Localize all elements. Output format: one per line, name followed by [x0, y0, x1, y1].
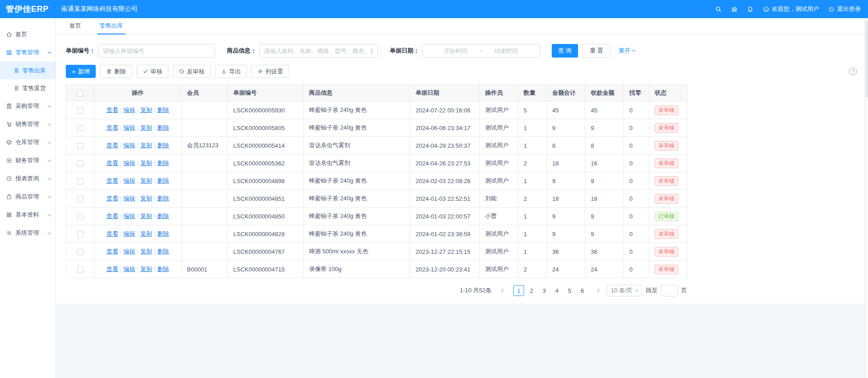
page-number-1[interactable]: 1	[513, 285, 524, 296]
page-number-4[interactable]: 4	[551, 285, 562, 296]
row-action-delete[interactable]: 删除	[157, 107, 169, 113]
row-action-copy[interactable]: 复制	[140, 177, 152, 184]
row-checkbox[interactable]	[77, 196, 83, 202]
row-action-edit[interactable]: 编辑	[123, 266, 135, 272]
bill-no-input[interactable]	[98, 44, 215, 58]
row-action-edit[interactable]: 编辑	[123, 107, 135, 113]
row-action-copy[interactable]: 复制	[140, 248, 152, 255]
row-checkbox[interactable]	[77, 213, 83, 220]
sidebar-item-retail-return[interactable]: 零售退货	[0, 79, 55, 97]
site-icon[interactable]	[731, 6, 738, 13]
select-all-checkbox[interactable]	[77, 90, 83, 97]
row-action-copy[interactable]: 复制	[140, 124, 152, 131]
row-action-copy[interactable]: 复制	[140, 160, 152, 166]
tab-home[interactable]: 首页	[67, 18, 83, 34]
row-checkbox[interactable]	[77, 143, 83, 149]
date-start-input[interactable]	[434, 48, 477, 54]
row-checkbox[interactable]	[77, 160, 83, 167]
status-badge: 未审核	[655, 194, 678, 204]
delete-button[interactable]: 删除	[100, 65, 132, 78]
product-info-input[interactable]	[259, 44, 378, 58]
row-action-edit[interactable]: 编辑	[123, 248, 135, 255]
sidebar-item-retail-outbound[interactable]: 零售出库	[0, 62, 55, 79]
row-action-view[interactable]: 查看	[106, 230, 118, 237]
notification-bell-icon[interactable]	[747, 6, 754, 13]
row-checkbox[interactable]	[77, 178, 83, 184]
cell-bill_no: LSCK00000005414	[228, 137, 304, 155]
row-action-view[interactable]: 查看	[106, 124, 118, 131]
page-number-6[interactable]: 6	[577, 285, 588, 296]
row-action-edit[interactable]: 编辑	[123, 160, 135, 166]
sidebar-item-system[interactable]: 系统管理	[0, 224, 55, 242]
page-number-3[interactable]: 3	[539, 285, 549, 296]
prev-page-button[interactable]	[498, 285, 509, 296]
row-action-edit[interactable]: 编辑	[123, 195, 135, 202]
sidebar-item-warehouse[interactable]: 仓库管理	[0, 133, 55, 151]
row-action-copy[interactable]: 复制	[140, 195, 152, 202]
search-button[interactable]: 查 询	[552, 44, 578, 58]
row-action-delete[interactable]: 删除	[157, 213, 169, 219]
cell-change: 0	[624, 190, 649, 208]
unaudit-button[interactable]: 反审核	[173, 65, 211, 78]
row-action-delete[interactable]: 删除	[157, 230, 169, 237]
row-action-view[interactable]: 查看	[106, 177, 118, 184]
row-action-delete[interactable]: 删除	[157, 177, 169, 184]
user-welcome[interactable]: 欢迎您，测试用户	[763, 5, 819, 13]
row-action-copy[interactable]: 复制	[140, 213, 152, 219]
sidebar-item-basic-data[interactable]: 基本资料	[0, 206, 55, 224]
help-icon[interactable]: ?	[849, 68, 857, 75]
row-action-view[interactable]: 查看	[106, 266, 118, 272]
scrollbar-thumb[interactable]	[865, 21, 868, 98]
row-action-edit[interactable]: 编辑	[123, 177, 135, 184]
sidebar-item-retail[interactable]: 零售管理	[0, 44, 55, 62]
add-button[interactable]: + 新增	[66, 65, 96, 78]
row-checkbox[interactable]	[77, 249, 83, 255]
sidebar-item-sales[interactable]: 销售管理	[0, 115, 55, 133]
date-end-input[interactable]	[485, 48, 528, 54]
row-checkbox[interactable]	[77, 267, 83, 273]
page-size-select[interactable]: 10 条/页	[607, 285, 642, 296]
row-checkbox[interactable]	[77, 125, 83, 131]
search-icon[interactable]	[715, 6, 722, 13]
row-checkbox[interactable]	[77, 107, 83, 114]
sidebar-item-purchase[interactable]: 采购管理	[0, 97, 55, 115]
row-action-delete[interactable]: 删除	[157, 160, 169, 166]
sidebar-item-reports[interactable]: 报表查询	[0, 170, 55, 188]
row-checkbox[interactable]	[77, 231, 83, 237]
next-page-button[interactable]	[592, 285, 603, 296]
row-action-view[interactable]: 查看	[106, 142, 118, 149]
row-action-view[interactable]: 查看	[106, 213, 118, 219]
row-action-delete[interactable]: 删除	[157, 248, 169, 255]
date-range-picker[interactable]: ~	[422, 44, 540, 58]
sidebar-item-goods[interactable]: 商品管理	[0, 188, 55, 206]
expand-filters-link[interactable]: 展开	[618, 47, 635, 55]
row-action-edit[interactable]: 编辑	[123, 142, 135, 149]
row-action-delete[interactable]: 删除	[157, 124, 169, 131]
tab-retail-outbound[interactable]: 零售出库	[97, 18, 125, 34]
row-action-copy[interactable]: 复制	[140, 266, 152, 272]
row-action-delete[interactable]: 删除	[157, 195, 169, 202]
jump-page-input[interactable]	[661, 285, 677, 296]
sidebar-item-finance[interactable]: 财务管理	[0, 151, 55, 170]
page-number-5[interactable]: 5	[564, 285, 575, 296]
row-action-view[interactable]: 查看	[106, 160, 118, 166]
row-action-edit[interactable]: 编辑	[123, 124, 135, 131]
export-button[interactable]: 导出	[215, 65, 247, 78]
row-action-copy[interactable]: 复制	[140, 107, 152, 113]
logout-button[interactable]: 退出登录	[828, 5, 861, 13]
reset-button[interactable]: 重 置	[583, 44, 611, 58]
scrollbar[interactable]	[864, 19, 868, 378]
row-action-view[interactable]: 查看	[106, 107, 118, 113]
audit-button[interactable]: 审核	[137, 65, 168, 78]
row-action-view[interactable]: 查看	[106, 195, 118, 202]
row-action-copy[interactable]: 复制	[140, 142, 152, 149]
row-action-delete[interactable]: 删除	[157, 142, 169, 149]
row-action-edit[interactable]: 编辑	[123, 230, 135, 237]
row-action-copy[interactable]: 复制	[140, 230, 152, 237]
page-number-2[interactable]: 2	[526, 285, 537, 296]
row-action-delete[interactable]: 删除	[157, 266, 169, 272]
row-action-edit[interactable]: 编辑	[123, 213, 135, 219]
row-action-view[interactable]: 查看	[106, 248, 118, 255]
sidebar-item-home[interactable]: 首页	[0, 25, 55, 44]
column-settings-button[interactable]: 列设置	[251, 65, 289, 78]
